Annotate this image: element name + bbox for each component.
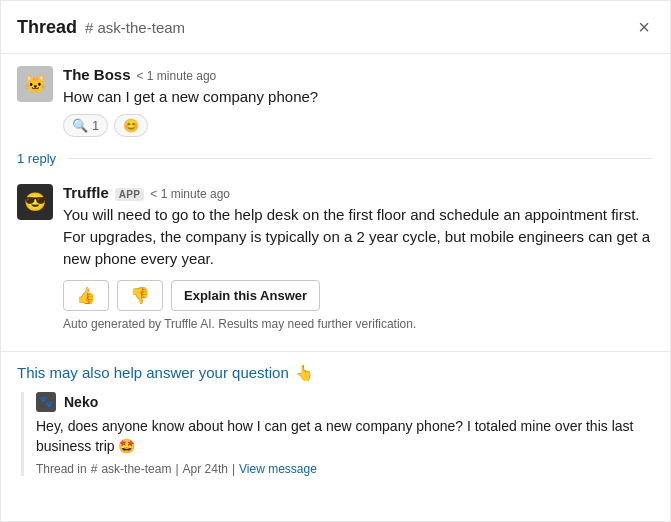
thumbs-up-button[interactable]: 👍: [63, 280, 109, 311]
also-helpful-text: This may also help answer your question: [17, 364, 289, 381]
also-helpful-arrow: 👆: [295, 364, 314, 382]
thread-panel: Thread # ask-the-team × 🐱 The Boss < 1 m…: [0, 0, 671, 522]
meta-date: Apr 24th: [183, 462, 228, 476]
truffle-message-text: You will need to go to the help desk on …: [63, 204, 654, 270]
boss-avatar: 🐱: [17, 66, 53, 102]
auto-generated-label: Auto generated by Truffle AI. Results ma…: [63, 317, 654, 331]
neko-message-text: Hey, does anyone know about how I can ge…: [36, 416, 654, 457]
truffle-author: Truffle: [63, 184, 109, 201]
boss-avatar-emoji: 🐱: [24, 73, 46, 95]
close-button[interactable]: ×: [634, 15, 654, 39]
neko-author: Neko: [64, 394, 98, 410]
also-helpful-section: This may also help answer your question …: [1, 351, 670, 489]
replies-count[interactable]: 1 reply: [17, 151, 56, 166]
truffle-message: 😎 Truffle APP < 1 minute ago You will ne…: [1, 172, 670, 351]
boss-message-text: How can I get a new company phone?: [63, 86, 654, 108]
truffle-message-body: Truffle APP < 1 minute ago You will need…: [63, 184, 654, 343]
reaction-search-emoji: 🔍: [72, 118, 88, 133]
meta-separator: |: [175, 462, 178, 476]
explain-answer-button[interactable]: Explain this Answer: [171, 280, 320, 311]
reaction-smiley-emoji: 😊: [123, 118, 139, 133]
first-message: 🐱 The Boss < 1 minute ago How can I get …: [1, 54, 670, 145]
reaction-search[interactable]: 🔍 1: [63, 114, 108, 137]
quoted-meta: Thread in # ask-the-team | Apr 24th | Vi…: [36, 462, 654, 476]
view-message-link[interactable]: View message: [239, 462, 317, 476]
truffle-message-header: Truffle APP < 1 minute ago: [63, 184, 654, 201]
boss-author: The Boss: [63, 66, 131, 83]
quoted-header: 🐾 Neko: [36, 392, 654, 412]
reaction-smiley[interactable]: 😊: [114, 114, 148, 137]
meta-hash: #: [91, 462, 98, 476]
meta-separator2: |: [232, 462, 235, 476]
neko-avatar-emoji: 🐾: [39, 395, 53, 408]
boss-message-header: The Boss < 1 minute ago: [63, 66, 654, 83]
also-helpful-title: This may also help answer your question …: [17, 364, 654, 382]
quoted-message: 🐾 Neko Hey, does anyone know about how I…: [21, 392, 654, 477]
action-buttons: 👍 👎 Explain this Answer: [63, 280, 654, 311]
boss-reactions: 🔍 1 😊: [63, 114, 654, 137]
truffle-avatar: 😎: [17, 184, 53, 220]
neko-avatar: 🐾: [36, 392, 56, 412]
divider-line: [66, 158, 654, 159]
boss-message-body: The Boss < 1 minute ago How can I get a …: [63, 66, 654, 137]
thread-title: Thread: [17, 17, 77, 38]
reaction-count: 1: [92, 118, 99, 133]
truffle-avatar-emoji: 😎: [24, 191, 46, 213]
app-badge: APP: [115, 188, 144, 201]
meta-thread-label: Thread in: [36, 462, 87, 476]
truffle-timestamp: < 1 minute ago: [150, 187, 230, 201]
meta-channel: ask-the-team: [101, 462, 171, 476]
thread-header: Thread # ask-the-team ×: [1, 1, 670, 54]
header-left: Thread # ask-the-team: [17, 17, 185, 38]
thread-channel: # ask-the-team: [85, 19, 185, 36]
replies-divider: 1 reply: [1, 145, 670, 172]
thumbs-down-button[interactable]: 👎: [117, 280, 163, 311]
boss-timestamp: < 1 minute ago: [137, 69, 217, 83]
